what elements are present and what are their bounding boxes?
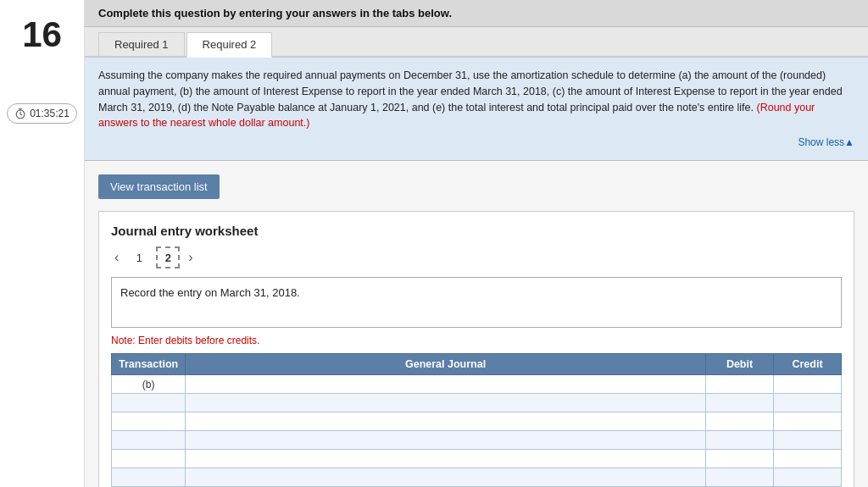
credit-input-2[interactable] (774, 394, 841, 412)
show-less-button[interactable]: Show less▲ (98, 135, 854, 150)
timer-value: 01:35:21 (30, 108, 70, 119)
debit-cell-6[interactable] (706, 468, 774, 487)
gj-input-2[interactable] (186, 394, 705, 412)
credit-cell-2[interactable] (774, 394, 842, 412)
table-row (112, 394, 842, 412)
transaction-cell-3 (112, 412, 186, 431)
gj-cell-3[interactable] (186, 412, 706, 431)
page-navigation: ‹ 1 2 › (111, 246, 842, 268)
credit-input-3[interactable] (774, 412, 841, 430)
credit-cell-6[interactable] (774, 468, 842, 487)
credit-cell-1[interactable] (774, 375, 842, 394)
instruction-bar: Complete this question by entering your … (85, 0, 868, 27)
debit-input-2[interactable] (706, 394, 773, 412)
tab-required-1[interactable]: Required 1 (98, 32, 185, 56)
timer-icon (14, 108, 26, 119)
worksheet-title: Journal entry worksheet (111, 224, 842, 238)
gj-input-5[interactable] (186, 450, 705, 468)
page-2-button[interactable]: 2 (156, 246, 180, 268)
transaction-cell-5 (112, 450, 186, 468)
prev-page-button[interactable]: ‹ (111, 250, 122, 265)
table-row (112, 412, 842, 431)
tabs-row: Required 1 Required 2 (85, 27, 868, 58)
debit-cell-3[interactable] (706, 412, 774, 431)
debit-input-6[interactable] (706, 468, 773, 486)
col-debit: Debit (706, 354, 774, 375)
entry-description-box: Record the entry on March 31, 2018. (111, 277, 842, 328)
credit-cell-3[interactable] (774, 412, 842, 431)
col-general-journal: General Journal (186, 354, 706, 375)
note-text: Note: Enter debits before credits. (111, 335, 842, 346)
debit-input-5[interactable] (706, 450, 773, 468)
transaction-cell-1: (b) (112, 375, 186, 394)
timer: 01:35:21 (7, 103, 77, 124)
transaction-cell-2 (112, 394, 186, 412)
credit-input-4[interactable] (774, 431, 841, 449)
gj-cell-6[interactable] (186, 468, 706, 487)
debit-cell-2[interactable] (706, 394, 774, 412)
debit-input-1[interactable] (706, 375, 773, 393)
debit-input-3[interactable] (706, 412, 773, 430)
debit-cell-1[interactable] (706, 375, 774, 394)
table-header-row: Transaction General Journal Debit Credit (112, 354, 842, 375)
entry-description-text: Record the entry on March 31, 2018. (120, 286, 300, 299)
instruction-text: Complete this question by entering your … (98, 7, 452, 19)
description-area: Assuming the company makes the required … (85, 58, 868, 161)
table-body: (b) (112, 375, 842, 488)
credit-cell-5[interactable] (774, 450, 842, 468)
gj-input-6[interactable] (186, 468, 705, 486)
credit-input-1[interactable] (774, 375, 841, 393)
gj-cell-2[interactable] (186, 394, 706, 412)
question-number: 16 (22, 17, 62, 53)
col-credit: Credit (774, 354, 842, 375)
credit-input-6[interactable] (774, 468, 841, 486)
transaction-cell-6 (112, 468, 186, 487)
transaction-cell-4 (112, 431, 186, 450)
main-content: Complete this question by entering your … (85, 0, 868, 487)
next-page-button[interactable]: › (185, 250, 196, 265)
credit-cell-4[interactable] (774, 431, 842, 450)
gj-cell-1[interactable] (186, 375, 706, 394)
gj-input-4[interactable] (186, 431, 705, 449)
debit-cell-4[interactable] (706, 431, 774, 450)
sidebar: 16 01:35:21 (0, 0, 85, 487)
debit-cell-5[interactable] (706, 450, 774, 468)
content-area: View transaction list Journal entry work… (85, 161, 868, 487)
table-row: (b) (112, 375, 842, 394)
credit-input-5[interactable] (774, 450, 841, 468)
journal-table: Transaction General Journal Debit Credit… (111, 353, 842, 487)
gj-cell-4[interactable] (186, 431, 706, 450)
gj-cell-5[interactable] (186, 450, 706, 468)
description-text: Assuming the company makes the required … (98, 68, 854, 131)
col-transaction: Transaction (112, 354, 186, 375)
gj-input-3[interactable] (186, 412, 705, 430)
tab-required-2[interactable]: Required 2 (186, 32, 273, 58)
table-row (112, 468, 842, 487)
gj-input-1[interactable] (186, 375, 705, 393)
journal-entry-worksheet: Journal entry worksheet ‹ 1 2 › Record t… (98, 211, 854, 487)
table-row (112, 431, 842, 450)
page-1-button[interactable]: 1 (127, 246, 151, 268)
debit-input-4[interactable] (706, 431, 773, 449)
view-transaction-button[interactable]: View transaction list (98, 174, 220, 199)
table-row (112, 450, 842, 468)
